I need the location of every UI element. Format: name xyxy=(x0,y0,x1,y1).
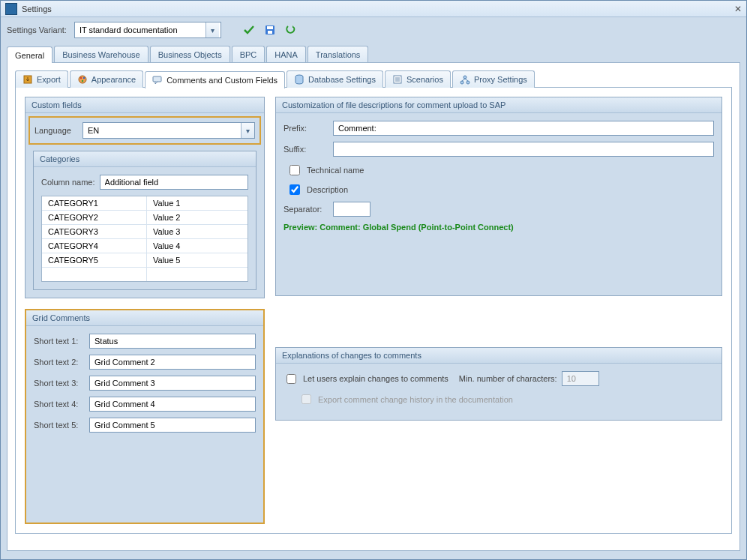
suffix-input[interactable] xyxy=(333,142,714,157)
explanations-title: Explanations of changes to comments xyxy=(276,348,722,364)
svg-rect-1 xyxy=(267,26,273,29)
custom-fields-group: Custom fields Language ▾ Categories xyxy=(25,97,265,298)
technical-name-checkbox[interactable] xyxy=(290,165,300,175)
settings-variant-input[interactable] xyxy=(75,22,206,37)
prefix-input[interactable] xyxy=(333,121,714,136)
grid-comments-title: Grid Comments xyxy=(26,310,263,326)
svg-point-6 xyxy=(83,77,85,79)
language-label: Language xyxy=(34,126,78,135)
language-combo[interactable]: ▾ xyxy=(82,122,255,139)
tab-business-objects[interactable]: Business Objects xyxy=(150,46,230,62)
table-row: CATEGORY3Value 3 xyxy=(42,225,248,239)
subtab-export[interactable]: Export xyxy=(15,70,68,88)
tab-general[interactable]: General xyxy=(7,46,52,63)
save-icon xyxy=(264,24,276,36)
table-row xyxy=(42,268,248,281)
settings-window: Settings ✕ Settings Variant: ▾ General B… xyxy=(0,0,747,560)
table-row: CATEGORY5Value 5 xyxy=(42,253,248,268)
export-icon xyxy=(22,74,33,85)
svg-point-16 xyxy=(466,81,470,84)
app-icon xyxy=(5,3,17,15)
short-text-2-input[interactable] xyxy=(89,355,256,370)
prefix-label: Prefix: xyxy=(284,124,328,133)
save-button[interactable] xyxy=(262,22,278,38)
short-text-1-input[interactable] xyxy=(89,334,256,349)
svg-line-18 xyxy=(465,79,468,81)
preview-row: Preview: Comment: Global Spend (Point-to… xyxy=(284,223,714,232)
svg-point-7 xyxy=(82,80,83,82)
settings-variant-label: Settings Variant: xyxy=(7,25,67,34)
customization-group: Customization of file descriptions for c… xyxy=(275,97,722,296)
preview-value: Comment: Global Spend (Point-to-Point Co… xyxy=(320,223,513,232)
refresh-icon xyxy=(285,24,297,36)
separator-label: Separator: xyxy=(284,205,328,214)
palette-icon xyxy=(77,74,88,85)
let-users-checkbox[interactable] xyxy=(286,374,296,384)
settings-variant-combo[interactable]: ▾ xyxy=(74,22,221,38)
technical-name-label: Technical name xyxy=(307,166,364,175)
subtab-database-settings[interactable]: Database Settings xyxy=(286,70,383,88)
main-tabs: General Business Warehouse Business Obje… xyxy=(1,43,746,62)
chevron-down-icon[interactable]: ▾ xyxy=(206,22,219,37)
svg-point-4 xyxy=(79,76,86,83)
column-name-input[interactable] xyxy=(100,175,248,190)
explanations-group: Explanations of changes to comments Let … xyxy=(275,347,722,421)
short-text-1-label: Short text 1: xyxy=(34,337,85,346)
short-text-5-label: Short text 5: xyxy=(34,421,85,430)
subtab-scenarios[interactable]: Scenarios xyxy=(385,70,451,88)
table-row: CATEGORY1Value 1 xyxy=(42,196,248,211)
subtab-comments-custom-fields[interactable]: Comments and Custom Fields xyxy=(145,71,285,88)
export-history-label: Export comment change history in the doc… xyxy=(318,395,513,404)
svg-line-17 xyxy=(462,79,465,81)
min-chars-label: Min. number of characters: xyxy=(459,374,557,383)
tab-hana[interactable]: HANA xyxy=(266,46,306,62)
titlebar: Settings ✕ xyxy=(1,1,746,17)
sub-tabs: Export Appearance Comments and Custom Fi… xyxy=(15,70,732,88)
column-name-label: Column name: xyxy=(41,178,95,187)
svg-point-14 xyxy=(464,76,466,79)
categories-group: Categories Column name: CATEGORY1Value 1… xyxy=(33,151,256,290)
table-row: CATEGORY4Value 4 xyxy=(42,239,248,253)
custom-fields-title: Custom fields xyxy=(26,97,264,113)
suffix-label: Suffix: xyxy=(284,145,328,154)
short-text-3-input[interactable] xyxy=(89,376,256,391)
svg-rect-2 xyxy=(268,31,272,34)
description-checkbox[interactable] xyxy=(290,184,300,195)
list-icon xyxy=(392,74,403,85)
chevron-down-icon[interactable]: ▾ xyxy=(241,123,254,138)
preview-label: Preview: xyxy=(284,223,317,232)
separator-input[interactable] xyxy=(333,202,370,217)
svg-rect-8 xyxy=(153,76,161,82)
check-icon xyxy=(243,24,255,36)
tab-translations[interactable]: Translations xyxy=(308,46,369,62)
tab-bpc[interactable]: BPC xyxy=(232,46,266,62)
let-users-label: Let users explain changes to comments xyxy=(303,374,448,383)
subtab-proxy-settings[interactable]: Proxy Settings xyxy=(452,70,535,88)
categories-title: Categories xyxy=(34,151,256,167)
grid-comments-group: Grid Comments Short text 1: Short text 2… xyxy=(25,309,265,524)
description-label: Description xyxy=(307,185,348,194)
language-row: Language ▾ xyxy=(28,116,261,145)
customization-title: Customization of file descriptions for c… xyxy=(276,97,722,113)
categories-grid[interactable]: CATEGORY1Value 1 CATEGORY2Value 2 CATEGO… xyxy=(41,196,248,282)
short-text-3-label: Short text 3: xyxy=(34,379,85,388)
svg-point-15 xyxy=(460,81,464,84)
min-chars-input xyxy=(562,371,599,386)
database-icon xyxy=(294,74,304,85)
left-column: Custom fields Language ▾ Categories xyxy=(25,97,265,524)
right-column: Customization of file descriptions for c… xyxy=(275,97,722,524)
subtab-appearance[interactable]: Appearance xyxy=(70,70,143,88)
export-history-checkbox xyxy=(302,394,311,404)
tab-business-warehouse[interactable]: Business Warehouse xyxy=(54,46,148,62)
panel: Custom fields Language ▾ Categories xyxy=(15,87,732,534)
short-text-4-input[interactable] xyxy=(89,397,256,412)
apply-button[interactable] xyxy=(241,22,257,38)
short-text-5-input[interactable] xyxy=(89,418,256,433)
refresh-button[interactable] xyxy=(283,22,299,38)
toolbar: Settings Variant: ▾ xyxy=(1,17,746,43)
close-icon[interactable]: ✕ xyxy=(734,4,742,14)
content: Export Appearance Comments and Custom Fi… xyxy=(7,62,740,551)
table-row: CATEGORY2Value 2 xyxy=(42,211,248,225)
language-input[interactable] xyxy=(83,123,241,138)
short-text-4-label: Short text 4: xyxy=(34,400,85,409)
